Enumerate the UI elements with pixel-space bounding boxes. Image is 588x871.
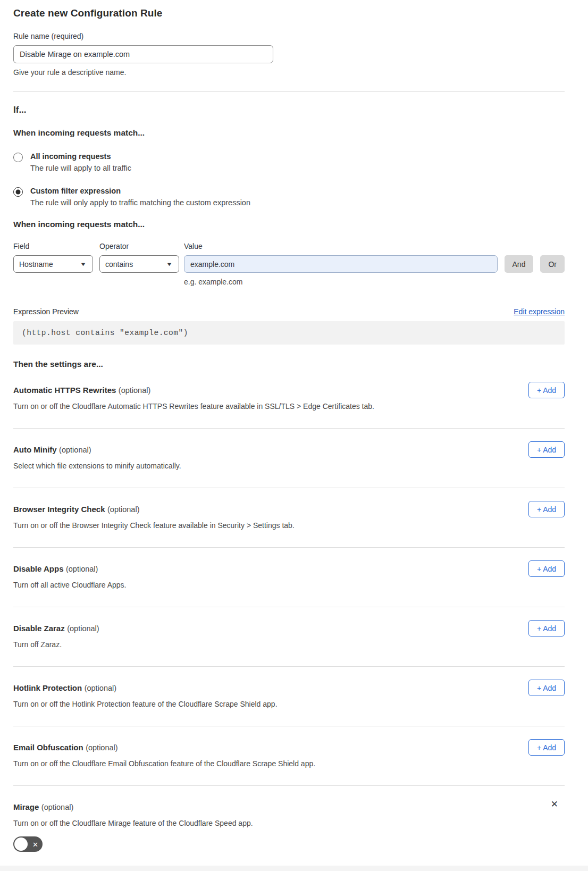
close-icon[interactable]: ✕: [551, 800, 558, 809]
add-button[interactable]: + Add: [528, 560, 565, 577]
setting-auto-minify: Auto Minify (optional) Select which file…: [13, 429, 565, 488]
expression-preview-label: Expression Preview: [13, 307, 514, 316]
radio-option-all-incoming-requests[interactable]: All incoming requests The rule will appl…: [13, 152, 565, 172]
setting-description: Turn on or off the Browser Integrity Che…: [13, 521, 449, 530]
mirage-toggle-off[interactable]: ✕: [13, 836, 43, 852]
add-button[interactable]: + Add: [528, 441, 565, 458]
setting-hotlink-protection: Hotlink Protection (optional) Turn on or…: [13, 667, 565, 726]
operator-select-value: contains: [105, 260, 167, 269]
optional-suffix: (optional): [85, 684, 116, 692]
or-button[interactable]: Or: [540, 255, 565, 273]
value-input[interactable]: [184, 255, 498, 273]
if-heading: If...: [13, 105, 565, 115]
setting-description: Turn on or off the Cloudflare Email Obfu…: [13, 759, 449, 768]
add-button[interactable]: + Add: [528, 501, 565, 517]
setting-browser-integrity-check: Browser Integrity Check (optional) Turn …: [13, 488, 565, 548]
radio-description: The rule will apply to all traffic: [30, 164, 131, 172]
operator-select[interactable]: contains ▼: [99, 255, 179, 273]
then-settings-heading: Then the settings are...: [13, 359, 565, 369]
optional-suffix: (optional): [59, 446, 91, 454]
radio-option-custom-filter-expression[interactable]: Custom filter expression The rule will o…: [13, 187, 565, 207]
radio-description: The rule will only apply to traffic matc…: [30, 198, 250, 207]
setting-description: Turn on or off the Cloudflare Mirage fea…: [13, 819, 449, 827]
setting-mirage-expanded: Mirage (optional) ✕ Turn on or off the C…: [13, 786, 565, 869]
setting-title: Hotlink Protection: [13, 683, 82, 692]
setting-title: Disable Zaraz: [13, 624, 65, 633]
operator-label: Operator: [99, 242, 179, 250]
expression-preview-code: (http.host contains "example.com"): [13, 321, 565, 345]
setting-disable-zaraz: Disable Zaraz (optional) Turn off Zaraz.…: [13, 607, 565, 667]
field-select-value: Hostname: [19, 260, 81, 269]
add-button[interactable]: + Add: [528, 739, 565, 756]
value-help: e.g. example.com: [184, 278, 565, 286]
rule-name-label: Rule name (required): [13, 32, 565, 40]
expression-builder-heading: When incoming requests match...: [13, 220, 565, 229]
footer-strip: [0, 866, 588, 871]
setting-title: Disable Apps: [13, 564, 63, 573]
optional-suffix: (optional): [66, 565, 98, 573]
chevron-down-icon: ▼: [166, 262, 172, 267]
radio-button-unselected[interactable]: [13, 153, 23, 162]
setting-disable-apps: Disable Apps (optional) Turn off all act…: [13, 548, 565, 607]
setting-description: Turn off Zaraz.: [13, 640, 449, 649]
setting-title: Browser Integrity Check: [13, 505, 105, 514]
toggle-knob: [14, 838, 28, 851]
page-title: Create new Configuration Rule: [13, 7, 565, 19]
optional-suffix: (optional): [41, 803, 73, 811]
add-button[interactable]: + Add: [528, 620, 565, 636]
setting-title: Mirage: [13, 802, 39, 811]
field-label: Field: [13, 242, 93, 250]
edit-expression-link[interactable]: Edit expression: [514, 307, 565, 316]
optional-suffix: (optional): [119, 386, 150, 395]
optional-suffix: (optional): [86, 743, 117, 752]
optional-suffix: (optional): [67, 624, 99, 633]
setting-description: Turn off all active Cloudflare Apps.: [13, 581, 449, 589]
setting-title: Email Obfuscation: [13, 743, 83, 752]
optional-suffix: (optional): [107, 505, 139, 514]
setting-description: Turn on or off the Hotlink Protection fe…: [13, 700, 449, 708]
setting-title: Auto Minify: [13, 445, 57, 454]
match-type-heading: When incoming requests match...: [13, 128, 565, 138]
setting-description: Turn on or off the Cloudflare Automatic …: [13, 402, 449, 411]
add-button[interactable]: + Add: [528, 680, 565, 696]
setting-automatic-https-rewrites: Automatic HTTPS Rewrites (optional) Turn…: [13, 369, 565, 429]
setting-email-obfuscation: Email Obfuscation (optional) Turn on or …: [13, 726, 565, 786]
value-label: Value: [184, 242, 498, 250]
radio-label: All incoming requests: [30, 152, 131, 161]
field-select[interactable]: Hostname ▼: [13, 255, 93, 273]
add-button[interactable]: + Add: [528, 382, 565, 398]
rule-name-input[interactable]: [13, 45, 273, 63]
expression-builder: Field Hostname ▼ Operator contains ▼ Val…: [13, 242, 565, 286]
chevron-down-icon: ▼: [80, 262, 86, 267]
create-configuration-rule-panel: Create new Configuration Rule Rule name …: [0, 0, 588, 869]
section-divider: [13, 91, 565, 92]
toggle-off-icon: ✕: [32, 840, 38, 848]
and-button[interactable]: And: [505, 255, 534, 273]
radio-button-selected[interactable]: [13, 187, 23, 197]
rule-name-help: Give your rule a descriptive name.: [13, 68, 565, 77]
setting-title: Automatic HTTPS Rewrites: [13, 386, 116, 395]
setting-description: Select which file extensions to minify a…: [13, 462, 449, 470]
radio-label: Custom filter expression: [30, 187, 250, 195]
